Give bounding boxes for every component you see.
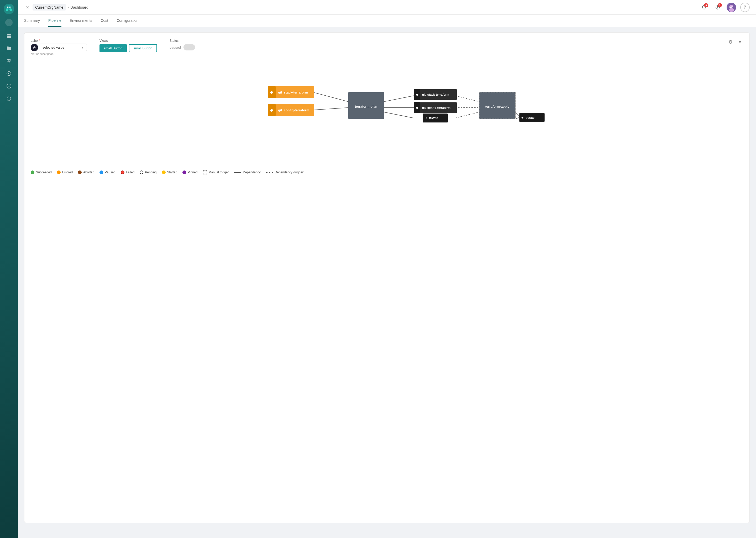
- svg-text:◆: ◆: [270, 90, 273, 94]
- tab-pipeline[interactable]: Pipeline: [48, 15, 62, 27]
- select-value: selected value: [42, 45, 81, 49]
- sidebar-icon-compass[interactable]: [4, 68, 14, 79]
- user-avatar[interactable]: NO: [727, 3, 736, 12]
- sidebar-icon-cost[interactable]: $: [4, 81, 14, 91]
- legend-dependency-trigger: Dependency (trigger): [266, 171, 305, 174]
- svg-rect-9: [9, 34, 11, 35]
- svg-point-2: [6, 8, 8, 11]
- legend-succeeded: Succeeded: [31, 171, 52, 174]
- notifications-button[interactable]: ! 3: [713, 3, 722, 12]
- panel-actions: ⚙ ▼: [726, 38, 743, 46]
- svg-text:◆: ◆: [415, 93, 418, 96]
- svg-point-3: [10, 8, 12, 11]
- node-terraform-plan-label: terraform-plan: [355, 105, 377, 108]
- legend-dependency-trigger-label: Dependency (trigger): [275, 171, 305, 174]
- label-control-group: Label* selected value ▼ hint o: [31, 39, 87, 55]
- settings-button[interactable]: ⚙: [726, 38, 735, 46]
- tab-cost[interactable]: Cost: [101, 15, 108, 27]
- legend-errored-dot: [57, 171, 61, 174]
- sidebar-icon-grid[interactable]: [4, 30, 14, 41]
- topnav-left: ✕ CurrentOrgName › Dashboard: [24, 4, 88, 11]
- legend-manual-trigger-label: Manual trigger: [209, 171, 229, 174]
- svg-point-6: [8, 7, 8, 7]
- tab-environments[interactable]: Environments: [70, 15, 92, 27]
- views-label: Views: [100, 39, 157, 42]
- svg-text:$: $: [8, 85, 10, 88]
- views-buttons: small Button small Button: [100, 44, 157, 52]
- svg-rect-11: [9, 36, 11, 38]
- svg-point-7: [10, 7, 10, 7]
- tab-configuration[interactable]: Configuration: [117, 15, 138, 27]
- breadcrumb-page: Dashboard: [71, 5, 88, 10]
- sidebar-icon-billing[interactable]: [4, 56, 14, 66]
- legend-pinned-label: Pinned: [188, 171, 197, 174]
- legend-dependency-label: Dependency: [243, 171, 260, 174]
- legend-failed-label: Failed: [126, 171, 135, 174]
- legend-aborted-label: Aborted: [83, 171, 94, 174]
- view-button-1[interactable]: small Button: [100, 44, 127, 52]
- label-hint: hint or description: [31, 52, 87, 55]
- pipeline-panel: Label* selected value ▼ hint o: [24, 32, 750, 523]
- view-button-2[interactable]: small Button: [129, 44, 157, 52]
- sidebar: › $: [0, 0, 18, 538]
- node-git-stack-label: git_stack-terraform: [278, 91, 308, 94]
- legend-manual-trigger: Manual trigger: [203, 170, 229, 175]
- legend-paused-dot: [100, 171, 103, 174]
- legend-dependency: Dependency: [234, 171, 260, 174]
- status-toggle[interactable]: [183, 44, 195, 50]
- tab-summary[interactable]: Summary: [24, 15, 40, 27]
- pipeline-svg: ◆ git_stack-terraform ◆ git_config-terra…: [31, 66, 743, 155]
- node-tfstate-label: tfstate: [429, 116, 438, 120]
- legend-failed: Failed: [121, 171, 135, 174]
- svg-text:✈: ✈: [425, 117, 427, 120]
- svg-rect-8: [7, 34, 9, 35]
- legend-started-label: Started: [167, 171, 177, 174]
- node-git-stack2-label: git_stack-terraform: [422, 93, 449, 96]
- legend-succeeded-dot: [31, 171, 34, 174]
- node-terraform-apply-label: terraform-apply: [485, 105, 509, 108]
- legend-succeeded-label: Succeeded: [36, 171, 52, 174]
- legend-dependency-line: [234, 172, 241, 173]
- help-button[interactable]: ?: [740, 3, 750, 12]
- status-row: paused: [169, 44, 195, 50]
- page-tabs: Summary Pipeline Environments Cost Confi…: [18, 15, 756, 27]
- svg-line-25: [384, 96, 414, 102]
- node-git-config-label: git_config-terraform: [278, 108, 309, 112]
- help-icon: ?: [744, 5, 746, 10]
- node-git-config2-label: git_config-terraform: [422, 106, 450, 109]
- legend-pending: Pending: [140, 171, 157, 174]
- close-button[interactable]: ✕: [24, 4, 30, 11]
- pipeline-legend: Succeeded Errored Aborted Paused Failed: [31, 166, 743, 175]
- select-arrow-icon: ▼: [81, 46, 84, 49]
- top-navigation: ✕ CurrentOrgName › Dashboard 3 ! 3: [18, 0, 756, 15]
- sidebar-icon-security[interactable]: [4, 93, 14, 104]
- svg-rect-10: [7, 36, 9, 38]
- views-control-group: Views small Button small Button: [100, 39, 157, 52]
- toggle-slider: [183, 44, 195, 50]
- svg-text:✈: ✈: [521, 116, 524, 119]
- svg-text:◆: ◆: [270, 108, 273, 112]
- legend-errored-label: Errored: [62, 171, 73, 174]
- pipeline-controls: Label* selected value ▼ hint o: [31, 39, 743, 55]
- label-select[interactable]: selected value ▼: [40, 44, 87, 51]
- alerts-button[interactable]: 3: [699, 3, 709, 12]
- alerts-badge: 3: [704, 3, 708, 7]
- legend-started: Started: [162, 171, 177, 174]
- breadcrumb-org[interactable]: CurrentOrgName: [32, 4, 66, 11]
- status-value: paused: [169, 45, 181, 49]
- legend-pending-dot: [140, 171, 143, 174]
- sidebar-icon-folder[interactable]: [4, 43, 14, 54]
- status-label: Status: [169, 39, 195, 42]
- legend-started-dot: [162, 171, 165, 174]
- svg-line-28: [455, 96, 479, 102]
- svg-text:◆: ◆: [415, 106, 418, 110]
- svg-line-52: [516, 117, 519, 119]
- avatar-initials: NO: [730, 6, 733, 9]
- breadcrumb: CurrentOrgName › Dashboard: [32, 4, 88, 11]
- label-select-wrapper: selected value ▼: [31, 44, 87, 51]
- notifications-badge: 3: [718, 3, 722, 7]
- select-icon: [31, 44, 38, 51]
- legend-manual-trigger-box: [203, 170, 207, 175]
- sidebar-expand-button[interactable]: ›: [5, 19, 13, 26]
- dropdown-button[interactable]: ▼: [737, 39, 743, 45]
